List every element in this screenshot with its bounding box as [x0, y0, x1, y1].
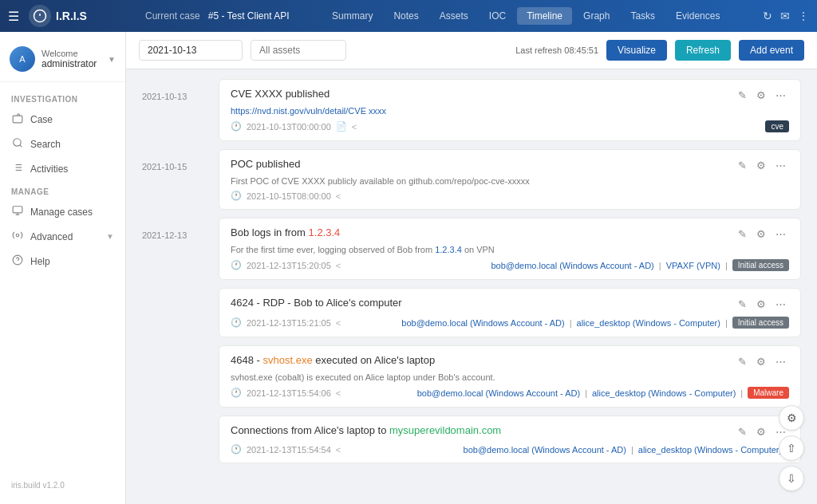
asset-link-alice[interactable]: alice_desktop (Windows - Computer): [592, 388, 736, 398]
edit-icon[interactable]: ✎: [735, 424, 750, 439]
menu-icon[interactable]: ⋯: [772, 297, 789, 312]
settings-icon[interactable]: ⚙: [753, 88, 769, 103]
edit-icon[interactable]: ✎: [735, 297, 750, 312]
settings-icon[interactable]: ⚙: [753, 297, 769, 312]
build-version-text: iris.build v1.2.0: [11, 481, 65, 490]
edit-icon[interactable]: ✎: [735, 158, 750, 173]
menu-icon[interactable]: ⋯: [772, 226, 789, 242]
event-header: Bob logs in from 1.2.3.4 ✎ ⚙ ⋯: [231, 226, 789, 242]
clock-icon: 🕐: [231, 388, 242, 398]
user-profile[interactable]: A Welcome administrator ▼: [0, 40, 125, 82]
event-time: 🕐 2021-10-15T08:00:00 <: [231, 191, 341, 201]
tab-timeline[interactable]: Timeline: [517, 7, 572, 25]
logo-area: I.R.I.S: [29, 5, 140, 27]
settings-icon[interactable]: ⚙: [753, 158, 769, 173]
fab-settings[interactable]: ⚙: [779, 405, 804, 431]
tab-notes[interactable]: Notes: [384, 7, 428, 25]
tab-graph[interactable]: Graph: [574, 7, 619, 25]
share-icon[interactable]: <: [336, 388, 341, 398]
svg-rect-12: [13, 207, 22, 213]
event-card-connections: Connections from Alice's laptop to mysup…: [219, 415, 801, 463]
event-date: 2021-10-15: [142, 149, 206, 171]
event-timestamp: 2021-12-13T15:20:05: [247, 261, 331, 270]
sidebar-item-activities[interactable]: Activities: [0, 156, 125, 181]
share-icon[interactable]: <: [352, 122, 357, 132]
sidebar-item-case[interactable]: Case: [0, 107, 125, 132]
event-date: [142, 345, 206, 358]
event-description: https://nvd.nist.gov/vuln/detail/CVE xxx…: [231, 106, 789, 116]
settings-icon[interactable]: ⚙: [753, 354, 769, 369]
share-icon[interactable]: <: [336, 261, 341, 270]
edit-icon[interactable]: ✎: [735, 354, 750, 369]
sidebar-item-manage-cases[interactable]: Manage cases: [0, 199, 125, 224]
tag-separator: |: [740, 388, 743, 398]
highlight-domain: mysuperevildomain.com: [389, 424, 501, 436]
hamburger-menu[interactable]: ☰: [8, 9, 19, 24]
refresh-button[interactable]: Refresh: [675, 40, 731, 61]
timeline-row: 2021-10-15 POC published ✎ ⚙ ⋯ First POC…: [142, 149, 801, 210]
highlight-ip: 1.2.3.4: [309, 226, 341, 238]
timeline-row: 4624 - RDP - Bob to Alice's computer ✎ ⚙…: [142, 288, 801, 337]
sidebar-item-search[interactable]: Search: [0, 132, 125, 156]
search-icon: [11, 137, 24, 151]
help-icon: [11, 254, 24, 268]
timeline-row: Connections from Alice's laptop to mysup…: [142, 415, 801, 463]
event-link[interactable]: https://nvd.nist.gov/vuln/detail/CVE xxx…: [231, 106, 386, 116]
event-meta: 🕐 2021-12-13T15:21:05 < bob@demo.local (…: [231, 317, 789, 329]
event-time: 🕐 2021-12-13T15:21:05 <: [231, 317, 341, 328]
event-date: [142, 415, 206, 428]
sidebar-item-help[interactable]: Help: [0, 249, 125, 274]
bell-icon[interactable]: ✉: [780, 10, 790, 22]
event-date: 2021-10-13: [142, 79, 206, 101]
tag-cve: cve: [765, 120, 789, 132]
assets-filter-input[interactable]: [251, 40, 346, 61]
add-event-button[interactable]: Add event: [739, 40, 804, 61]
event-time: 🕐 2021-12-13T15:54:06 <: [231, 388, 341, 398]
sidebar-item-advanced-label: Advanced: [30, 231, 73, 242]
sidebar-item-help-label: Help: [30, 256, 50, 267]
advanced-icon: [11, 230, 24, 243]
event-card-rdp: 4624 - RDP - Bob to Alice's computer ✎ ⚙…: [219, 288, 801, 337]
ip-link[interactable]: 1.2.3.4: [435, 245, 462, 254]
visualize-button[interactable]: Visualize: [606, 40, 667, 61]
sidebar-item-activities-label: Activities: [30, 163, 68, 175]
settings-icon[interactable]: ⚙: [753, 424, 769, 439]
event-header: POC published ✎ ⚙ ⋯: [231, 158, 789, 173]
grid-icon[interactable]: ⋮: [798, 10, 809, 22]
event-title: 4624 - RDP - Bob to Alice's computer: [231, 297, 735, 309]
share-icon[interactable]: <: [336, 191, 341, 201]
asset-link-alice[interactable]: alice_desktop (Windows - Computer): [577, 318, 720, 328]
edit-icon[interactable]: ✎: [735, 88, 750, 103]
tab-ioc[interactable]: IOC: [480, 7, 515, 25]
settings-icon[interactable]: ⚙: [753, 226, 769, 242]
menu-icon[interactable]: ⋯: [772, 354, 789, 369]
logo-text: I.R.I.S: [56, 10, 87, 22]
event-tags: bob@demo.local (Windows Account - AD) | …: [464, 445, 789, 455]
share-icon[interactable]: <: [336, 445, 341, 455]
tab-tasks[interactable]: Tasks: [621, 7, 665, 25]
fab-scroll-up[interactable]: ⇧: [779, 435, 804, 461]
asset-link-bob[interactable]: bob@demo.local (Windows Account - AD): [417, 388, 580, 398]
tab-summary[interactable]: Summary: [322, 7, 382, 25]
fab-scroll-down[interactable]: ⇩: [779, 466, 804, 491]
tab-evidences[interactable]: Evidences: [666, 7, 729, 25]
date-filter-input[interactable]: [139, 40, 243, 61]
asset-link-bob[interactable]: bob@demo.local (Windows Account - AD): [464, 445, 626, 455]
edit-icon[interactable]: ✎: [735, 226, 750, 242]
timeline-row: 2021-10-13 CVE XXXX published ✎ ⚙ ⋯ http…: [142, 79, 801, 141]
refresh-icon[interactable]: ↻: [763, 10, 772, 22]
case-icon: [11, 112, 24, 126]
event-card-svhost: 4648 - svhost.exe executed on Alice's la…: [219, 345, 801, 408]
menu-icon[interactable]: ⋯: [772, 88, 789, 103]
asset-link-alice[interactable]: alice_desktop (Windows - Computer): [638, 445, 782, 455]
asset-link-bob[interactable]: bob@demo.local (Windows Account - AD): [401, 318, 564, 328]
tab-assets[interactable]: Assets: [430, 7, 478, 25]
sidebar-item-advanced[interactable]: Advanced ▼: [0, 224, 125, 249]
asset-link-vpn[interactable]: VPAXF (VPN): [666, 261, 720, 270]
asset-link-bob[interactable]: bob@demo.local (Windows Account - AD): [491, 261, 653, 270]
share-icon[interactable]: <: [336, 318, 341, 328]
sidebar: A Welcome administrator ▼ INVESTIGATION …: [0, 32, 126, 504]
event-date: [142, 288, 206, 301]
menu-icon[interactable]: ⋯: [772, 158, 789, 173]
event-title: Connections from Alice's laptop to mysup…: [231, 424, 735, 436]
